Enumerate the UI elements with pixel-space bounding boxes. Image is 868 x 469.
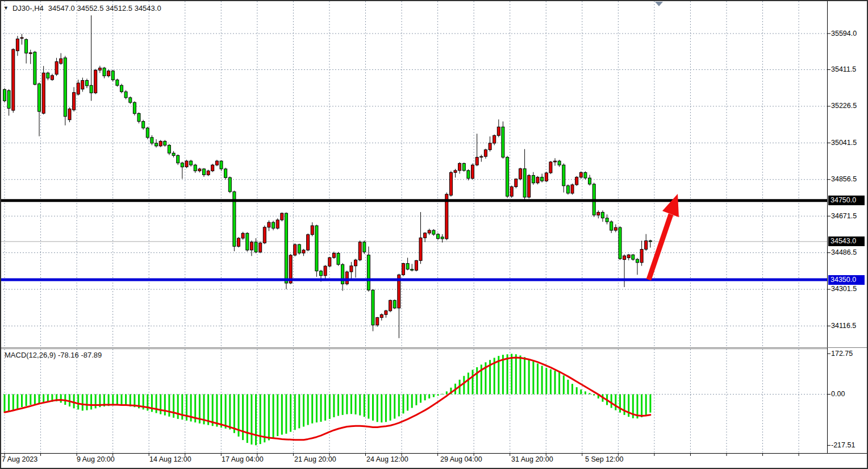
chart-window: 35594.035411.535226.535041.534856.534671… <box>0 0 868 469</box>
up-arrow-annotation[interactable] <box>649 194 679 280</box>
macd-histogram <box>4 354 652 445</box>
scroll-marker-icon[interactable] <box>655 2 663 6</box>
candle-bodies <box>3 38 652 325</box>
axis-ticks <box>5 34 831 456</box>
grid-lines <box>0 1 827 453</box>
chart-canvas[interactable] <box>0 0 868 469</box>
chart-header: ▼DJ30-,H434547.0 34552.5 34512.5 34543.0 <box>3 4 161 13</box>
macd-signal-line <box>5 358 650 440</box>
symbol-dropdown-icon[interactable]: ▼ <box>3 5 9 11</box>
macd-indicator-label: MACD(12,26,9) -78.16 -87.89 <box>5 351 102 359</box>
ohlc-values: 34547.0 34552.5 34512.5 34543.0 <box>48 4 161 13</box>
symbol-timeframe-label: DJ30-,H4 <box>12 4 44 13</box>
candle-wicks <box>5 15 650 338</box>
